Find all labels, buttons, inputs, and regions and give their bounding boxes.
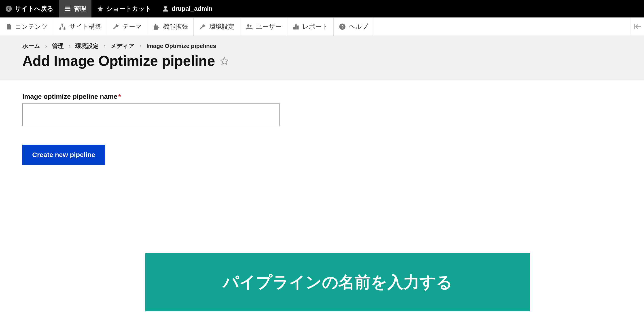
required-indicator: * bbox=[118, 93, 121, 100]
breadcrumb-separator: › bbox=[69, 43, 71, 50]
field-label-text: Image optimize pipeline name bbox=[22, 93, 118, 100]
wrench2-icon bbox=[199, 23, 206, 30]
manage-label: 管理 bbox=[74, 5, 86, 13]
admin-item-reports[interactable]: レポート bbox=[287, 18, 334, 36]
puzzle-icon bbox=[153, 23, 160, 30]
annotation-overlay: パイプラインの名前を入力する bbox=[145, 253, 530, 311]
page-title: Add Image Optimize pipeline bbox=[22, 53, 215, 69]
breadcrumb-separator: › bbox=[140, 43, 142, 50]
svg-rect-7 bbox=[296, 25, 297, 30]
chart-icon bbox=[292, 23, 299, 30]
admin-item-label: 環境設定 bbox=[209, 22, 234, 31]
admin-item-config[interactable]: 環境設定 bbox=[194, 18, 240, 36]
annotation-text: パイプラインの名前を入力する bbox=[223, 271, 452, 293]
add-shortcut-star-icon[interactable] bbox=[219, 56, 229, 66]
svg-point-4 bbox=[247, 24, 250, 27]
back-to-site-link[interactable]: サイトへ戻る bbox=[0, 0, 59, 18]
page-title-row: Add Image Optimize pipeline bbox=[22, 53, 622, 69]
back-to-site-label: サイトへ戻る bbox=[15, 5, 54, 13]
breadcrumb-separator: › bbox=[45, 43, 47, 50]
main-content: Image optimize pipeline name* Create new… bbox=[0, 80, 644, 178]
admin-item-label: サイト構築 bbox=[69, 22, 101, 31]
pipeline-name-field: Image optimize pipeline name* bbox=[22, 93, 622, 126]
collapse-arrow-icon bbox=[634, 24, 641, 29]
admin-item-appearance[interactable]: テーマ bbox=[107, 18, 147, 36]
breadcrumb-pipelines[interactable]: Image Optimize pipelines bbox=[146, 43, 216, 50]
help-icon: ? bbox=[339, 23, 346, 30]
star-icon bbox=[97, 5, 104, 12]
user-menu[interactable]: drupal_admin bbox=[157, 0, 218, 18]
breadcrumb-separator: › bbox=[104, 43, 106, 50]
people-icon bbox=[245, 23, 253, 30]
svg-text:?: ? bbox=[341, 24, 344, 29]
create-pipeline-button[interactable]: Create new pipeline bbox=[22, 145, 105, 165]
breadcrumb-home[interactable]: ホーム bbox=[22, 42, 40, 50]
toolbar-black: サイトへ戻る 管理 ショートカット drupal_admin bbox=[0, 0, 644, 18]
shortcuts-link[interactable]: ショートカット bbox=[92, 0, 157, 18]
admin-item-content[interactable]: コンテンツ bbox=[0, 18, 53, 36]
svg-point-5 bbox=[250, 25, 252, 27]
svg-rect-2 bbox=[60, 28, 61, 30]
toolbar-collapse-button[interactable] bbox=[630, 18, 644, 36]
svg-rect-8 bbox=[297, 26, 298, 30]
admin-item-label: ユーザー bbox=[256, 22, 282, 31]
admin-item-label: レポート bbox=[302, 22, 328, 31]
manage-toggle[interactable]: 管理 bbox=[59, 0, 92, 18]
sitemap-icon bbox=[58, 23, 66, 30]
pipeline-name-label: Image optimize pipeline name* bbox=[22, 93, 622, 100]
user-icon bbox=[162, 5, 169, 12]
admin-item-label: テーマ bbox=[122, 22, 142, 31]
admin-item-label: ヘルプ bbox=[349, 22, 368, 31]
wrench-icon bbox=[112, 23, 120, 30]
svg-point-0 bbox=[6, 6, 12, 12]
svg-rect-1 bbox=[62, 24, 63, 25]
admin-item-people[interactable]: ユーザー bbox=[240, 18, 287, 36]
admin-item-label: コンテンツ bbox=[15, 22, 48, 31]
breadcrumb: ホーム › 管理 › 環境設定 › メディア › Image Optimize … bbox=[22, 42, 622, 50]
user-label: drupal_admin bbox=[172, 5, 213, 12]
pipeline-name-input[interactable] bbox=[22, 103, 280, 126]
admin-item-structure[interactable]: サイト構築 bbox=[53, 18, 107, 36]
page-header: ホーム › 管理 › 環境設定 › メディア › Image Optimize … bbox=[0, 36, 644, 80]
breadcrumb-admin[interactable]: 管理 bbox=[52, 42, 64, 50]
admin-item-help[interactable]: ? ヘルプ bbox=[334, 18, 374, 36]
admin-menu: コンテンツ サイト構築 テーマ 機能拡張 環境設定 ユーザー レポート bbox=[0, 18, 644, 36]
svg-rect-6 bbox=[294, 27, 295, 30]
shortcuts-label: ショートカット bbox=[106, 5, 152, 13]
document-icon bbox=[5, 23, 12, 30]
breadcrumb-config[interactable]: 環境設定 bbox=[75, 42, 98, 50]
admin-item-extend[interactable]: 機能拡張 bbox=[147, 18, 194, 36]
svg-rect-11 bbox=[634, 24, 635, 29]
breadcrumb-media[interactable]: メディア bbox=[110, 42, 134, 50]
hamburger-icon bbox=[64, 5, 71, 12]
svg-rect-3 bbox=[64, 28, 65, 30]
back-arrow-icon bbox=[5, 5, 12, 12]
admin-item-label: 機能拡張 bbox=[163, 22, 188, 31]
